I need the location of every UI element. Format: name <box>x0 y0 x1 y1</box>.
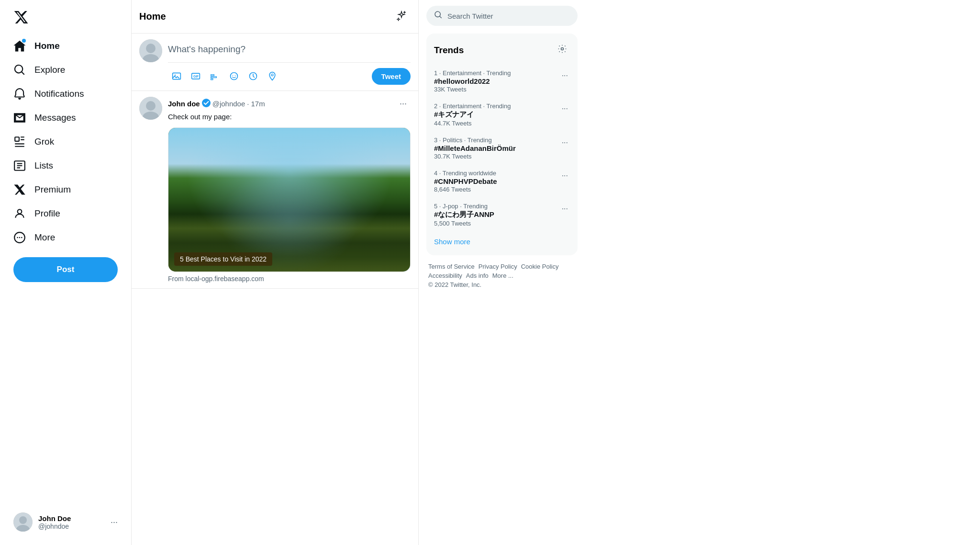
emoji-icon <box>229 71 239 81</box>
footer-link-privacy[interactable]: Privacy Policy <box>479 263 517 270</box>
svg-text:GIF: GIF <box>193 75 199 78</box>
footer-link-terms[interactable]: Terms of Service <box>428 263 475 270</box>
sidebar-item-home-label: Home <box>34 41 60 51</box>
trend-count-4: 8,646 Tweets <box>434 186 560 193</box>
footer-copyright: © 2022 Twitter, Inc. <box>428 281 576 288</box>
trend-more-button-4[interactable]: ··· <box>560 170 570 182</box>
explore-icon <box>13 64 26 76</box>
footer-link-cookie[interactable]: Cookie Policy <box>521 263 559 270</box>
show-more-trends-button[interactable]: Show more <box>434 232 570 248</box>
tweet-image[interactable]: 5 Best Places to Visit in 2022 <box>168 127 411 272</box>
trend-name-3: #MilleteAdananBirÖmür <box>434 144 560 152</box>
compose-location-button[interactable] <box>264 68 281 85</box>
sidebar-user-more-dots: ··· <box>111 517 118 527</box>
tweet-dot-separator: · <box>247 100 249 108</box>
location-icon <box>267 71 277 81</box>
sidebar-item-messages[interactable]: Messages <box>6 106 125 130</box>
compose-toolbar: GIF <box>168 62 411 85</box>
compose-schedule-button[interactable] <box>245 68 262 85</box>
sidebar-item-explore[interactable]: Explore <box>6 58 125 82</box>
compose-gif-button[interactable]: GIF <box>187 68 204 85</box>
feed-title: Home <box>139 11 166 22</box>
logo[interactable] <box>6 4 125 32</box>
trend-count-2: 44.7K Tweets <box>434 120 560 127</box>
main-feed: Home What's happening? <box>132 0 419 545</box>
trend-item-3[interactable]: 3 · Politics · Trending #MilleteAdananBi… <box>434 132 570 165</box>
footer-links-row-1: Terms of Service Privacy Policy Cookie P… <box>428 263 576 270</box>
trend-item-4[interactable]: 4 · Trending worldwide #CNNPHVPDebate 8,… <box>434 165 570 198</box>
sidebar-user-avatar <box>13 512 33 532</box>
sidebar-user[interactable]: John Doe @johndoe ··· <box>6 507 125 537</box>
compose-avatar-icon <box>139 39 162 62</box>
sidebar-item-notifications-label: Notifications <box>34 89 84 99</box>
tweet-verified-badge <box>202 99 211 109</box>
search-icon <box>434 11 443 19</box>
trend-more-button-2[interactable]: ··· <box>560 102 570 115</box>
more-circle-icon <box>13 231 26 244</box>
mail-icon <box>13 112 26 124</box>
svg-rect-0 <box>15 137 19 141</box>
trends-settings-button[interactable] <box>555 41 570 59</box>
tweet-author-info: John doe @johndoe · 17m <box>168 99 265 109</box>
tweet-text: Check out my page: <box>168 112 411 123</box>
compose-image-button[interactable] <box>168 68 185 85</box>
trend-name-1: #helloworld2022 <box>434 77 560 85</box>
trend-info-2: 2 · Entertainment · Trending #キズナアイ 44.7… <box>434 102 560 127</box>
trend-item-2[interactable]: 2 · Entertainment · Trending #キズナアイ 44.7… <box>434 98 570 132</box>
sparkle-button[interactable] <box>392 7 411 26</box>
trend-item-1[interactable]: 1 · Entertainment · Trending #helloworld… <box>434 65 570 98</box>
footer-link-more[interactable]: More ... <box>492 272 513 279</box>
trend-more-button-3[interactable]: ··· <box>560 136 570 149</box>
footer-link-accessibility[interactable]: Accessibility <box>428 272 462 279</box>
sidebar-user-info: John Doe @johndoe <box>38 514 105 530</box>
compose-placeholder[interactable]: What's happening? <box>168 39 411 57</box>
trend-count-5: 5,500 Tweets <box>434 220 560 227</box>
svg-point-25 <box>202 99 211 107</box>
footer-link-ads[interactable]: Ads info <box>466 272 489 279</box>
sidebar-item-more-label: More <box>34 232 55 243</box>
avatar-icon <box>13 512 33 532</box>
sidebar-item-notifications[interactable]: Notifications <box>6 82 125 106</box>
compose-emoji-button[interactable] <box>225 68 243 85</box>
sidebar-item-home[interactable]: Home <box>6 34 125 58</box>
premium-x-icon <box>13 183 26 196</box>
svg-point-8 <box>19 516 27 524</box>
sidebar-item-grok[interactable]: Grok <box>6 130 125 154</box>
tweet-author-name: John doe <box>168 100 200 108</box>
svg-point-6 <box>21 237 22 238</box>
trend-more-button-1[interactable]: ··· <box>560 69 570 82</box>
poll-icon <box>210 71 220 81</box>
trend-more-button-5[interactable]: ··· <box>560 203 570 215</box>
post-button[interactable]: Post <box>13 257 118 282</box>
sidebar-item-profile-label: Profile <box>34 208 60 219</box>
svg-point-14 <box>175 75 176 76</box>
tweet-more-button[interactable]: ··· <box>396 97 411 111</box>
tweet-time-ago: 17m <box>251 100 265 108</box>
sidebar-item-profile[interactable]: Profile <box>6 202 125 226</box>
person-icon <box>13 207 26 220</box>
sidebar-item-lists[interactable]: Lists <box>6 154 125 178</box>
tweet-header: John doe @johndoe · 17m ··· <box>168 97 411 111</box>
svg-point-23 <box>146 101 156 111</box>
trend-meta-4: 4 · Trending worldwide <box>434 170 560 177</box>
compose-area: What's happening? <box>132 34 418 91</box>
sidebar-item-more[interactable]: More <box>6 226 125 250</box>
right-sidebar: Trends 1 · Entertainment · Trending #hel… <box>419 0 585 545</box>
compose-icons: GIF <box>168 68 281 85</box>
tweet-button[interactable]: Tweet <box>372 68 411 85</box>
compose-poll-button[interactable] <box>206 68 223 85</box>
trend-count-1: 33K Tweets <box>434 86 560 93</box>
tweet-image-caption: 5 Best Places to Visit in 2022 <box>174 252 272 266</box>
trends-box: Trends 1 · Entertainment · Trending #hel… <box>426 34 578 255</box>
trends-header: Trends <box>434 41 570 59</box>
bell-icon <box>13 88 26 100</box>
trend-meta-2: 2 · Entertainment · Trending <box>434 102 560 110</box>
sidebar-item-premium-label: Premium <box>34 184 71 195</box>
tweet-author-avatar <box>139 97 162 120</box>
trend-item-5[interactable]: 5 · J-pop · Trending #なにわ男子ANNP 5,500 Tw… <box>434 198 570 232</box>
search-input[interactable] <box>447 12 570 20</box>
sidebar-item-premium[interactable]: Premium <box>6 178 125 202</box>
search-bar[interactable] <box>426 6 578 26</box>
compose-avatar <box>139 39 162 62</box>
svg-point-11 <box>146 44 156 53</box>
